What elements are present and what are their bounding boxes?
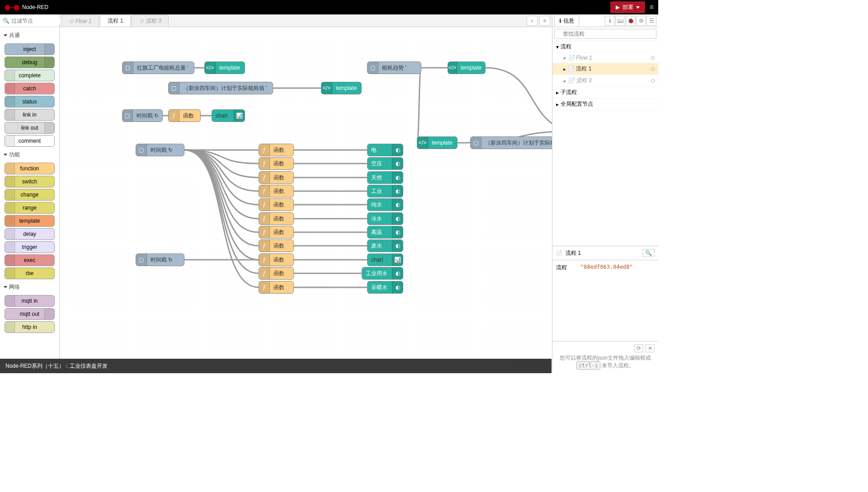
info-label: 流程	[556, 264, 567, 272]
palette-node-catch[interactable]: catch	[5, 83, 55, 94]
sidebar-config-button[interactable]: ⚙	[636, 16, 646, 26]
sidebar-footer: ⟳ ✕ 您可以将流程的json文件拖入编辑框或 ctrl-i 来导入流程。	[552, 341, 658, 373]
palette-search: 🔍	[0, 14, 59, 27]
node-gauge[interactable]: 空压◐	[367, 157, 403, 170]
list-tabs-button[interactable]: ≡	[539, 16, 550, 26]
sidebar-help-button[interactable]: 📖	[615, 16, 625, 26]
tab-流程 1[interactable]: 流程 1	[100, 15, 131, 27]
node-inject[interactable]: ▢（新涂四车间）计划于实际能耗值 '	[168, 82, 273, 94]
node-func[interactable]: ƒ函数	[168, 109, 201, 122]
palette-node-comment[interactable]: comment	[5, 135, 55, 147]
node-inject[interactable]: ▢时间戳 ↻	[122, 109, 163, 122]
node-tmpl[interactable]: </>template	[321, 82, 362, 94]
sidebar-tabs: ℹ 信息 ℹ 📖 🐞 ⚙ ☰	[552, 14, 658, 27]
palette-node-trigger[interactable]: trigger	[5, 241, 55, 253]
node-inject[interactable]: ▢红旗工厂电能耗总量 '	[122, 61, 194, 74]
menu-button[interactable]: ≡	[650, 3, 654, 11]
palette-category[interactable]: 网络	[2, 281, 57, 294]
tree-item-流程 1[interactable]: ▸ 📄 流程 1	[552, 63, 658, 75]
sidebar-info-button[interactable]: ℹ	[605, 16, 615, 26]
node-tmpl[interactable]: </>template	[204, 61, 245, 74]
node-inject[interactable]: ▢（新涂四车间）计划于实际能耗值 '	[470, 136, 552, 149]
node-func[interactable]: ƒ函数	[259, 171, 294, 184]
sidebar-tab-info[interactable]: ℹ 信息	[554, 15, 579, 27]
app-header: ⬤━⬤ Node-RED ▶ 部署 ≡	[0, 0, 658, 14]
palette-node-mqtt-in[interactable]: mqtt in	[5, 295, 55, 307]
add-tab-button[interactable]: ＋	[527, 16, 538, 26]
node-chart[interactable]: chart📊	[367, 253, 403, 266]
search-button[interactable]: 🔍	[642, 249, 655, 257]
palette-node-function[interactable]: function	[5, 163, 55, 174]
info-value: "88edf063.04ed8"	[580, 264, 633, 272]
node-func[interactable]: ƒ函数	[259, 185, 294, 197]
node-gauge[interactable]: 纯水◐	[367, 198, 403, 211]
sidebar-context-button[interactable]: ☰	[646, 16, 656, 26]
node-gauge[interactable]: 工业◐	[367, 185, 403, 197]
palette-node-template[interactable]: template	[5, 215, 55, 227]
node-gauge[interactable]: 高温◐	[367, 226, 403, 239]
deploy-button[interactable]: ▶ 部署	[610, 1, 645, 13]
sidebar-debug-button[interactable]: 🐞	[626, 16, 636, 26]
palette-node-link-out[interactable]: link out	[5, 122, 55, 134]
close-button[interactable]: ✕	[646, 344, 655, 352]
node-gauge[interactable]: 工业用水◐	[362, 267, 403, 280]
tree-item-Flow 1[interactable]: ▸ 📄 Flow 1	[552, 53, 658, 63]
node-chart[interactable]: chart📊	[212, 109, 245, 122]
node-tmpl[interactable]: </>template	[448, 61, 486, 74]
tree-global[interactable]: ▸ 全局配置节点	[552, 98, 658, 110]
info-icon: ℹ	[559, 18, 561, 24]
palette-node-rbe[interactable]: rbe	[5, 267, 55, 279]
flow-icon: 📄	[556, 250, 563, 256]
palette-node-status[interactable]: status	[5, 96, 55, 108]
palette-node-http-in[interactable]: http in	[5, 321, 55, 333]
canvas[interactable]: ▢红旗工厂电能耗总量 '</>template▢能耗趋势 '</>templat…	[60, 27, 552, 373]
node-gauge[interactable]: 废水◐	[367, 239, 403, 252]
palette-node-debug[interactable]: debug	[5, 56, 55, 68]
palette-node-range[interactable]: range	[5, 202, 55, 214]
palette-category[interactable]: 共通	[2, 29, 57, 42]
tree-item-流程 3[interactable]: ▸ 📄 流程 3	[552, 75, 658, 87]
node-func[interactable]: ƒ函数	[259, 281, 294, 294]
palette-node-mqtt-out[interactable]: mqtt out	[5, 308, 55, 320]
palette-category[interactable]: 功能	[2, 148, 57, 161]
search-icon: 🔍	[3, 18, 9, 24]
node-func[interactable]: ƒ函数	[259, 212, 294, 225]
palette-node-link-in[interactable]: link in	[5, 109, 55, 121]
video-caption: Node-RED系列（十五）：工业仪表盘开发	[0, 359, 552, 373]
node-func[interactable]: ƒ函数	[259, 157, 294, 170]
tree-flows[interactable]: ▾ 流程	[552, 41, 658, 53]
tree-subflows[interactable]: ▸ 子流程	[552, 87, 658, 98]
node-func[interactable]: ƒ函数	[259, 144, 294, 156]
node-inject[interactable]: ▢时间戳 ↻	[136, 253, 184, 266]
node-gauge[interactable]: 冷水◐	[367, 212, 403, 225]
tab-流程 3[interactable]: ⊘ 流程 3	[132, 15, 169, 27]
palette-node-switch[interactable]: switch	[5, 176, 55, 187]
node-gauge[interactable]: 电◐	[367, 144, 403, 156]
palette-node-change[interactable]: change	[5, 189, 55, 201]
chevron-down-icon	[636, 6, 640, 9]
palette: 🔍 共通injectdebugcompletecatchstatuslink i…	[0, 14, 60, 373]
palette-node-exec[interactable]: exec	[5, 254, 55, 266]
node-inject[interactable]: ▢时间戳 ↻	[136, 144, 184, 156]
node-func[interactable]: ƒ函数	[259, 253, 294, 266]
sidebar: ℹ 信息 ℹ 📖 🐞 ⚙ ☰ ▾ 流程▸ 📄 Flow 1▸ 📄 流程 1▸ 📄…	[552, 14, 658, 373]
refresh-button[interactable]: ⟳	[634, 344, 643, 352]
node-func[interactable]: ƒ函数	[259, 226, 294, 239]
node-tmpl[interactable]: </>template	[417, 136, 458, 149]
node-gauge[interactable]: 天然◐	[367, 171, 403, 184]
node-inject[interactable]: ▢能耗趋势 '	[367, 61, 421, 74]
sidebar-search-input[interactable]	[554, 29, 656, 39]
palette-node-delay[interactable]: delay	[5, 228, 55, 240]
palette-node-complete[interactable]: complete	[5, 70, 55, 81]
logo: ⬤━⬤ Node-RED	[5, 4, 48, 10]
logo-text: Node-RED	[22, 4, 48, 10]
deploy-icon: ▶	[616, 4, 620, 10]
workspace: ⊘ Flow 1流程 1⊘ 流程 3 ＋ ≡ ▢红旗工厂电能耗总量 '</>te…	[60, 14, 552, 373]
flow-tabs: ⊘ Flow 1流程 1⊘ 流程 3 ＋ ≡	[60, 14, 552, 27]
node-gauge[interactable]: 采暖水◐	[367, 281, 403, 294]
node-func[interactable]: ƒ函数	[259, 267, 294, 280]
tab-Flow 1[interactable]: ⊘ Flow 1	[61, 15, 99, 27]
node-func[interactable]: ƒ函数	[259, 198, 294, 211]
palette-node-inject[interactable]: inject	[5, 43, 55, 55]
node-func[interactable]: ƒ函数	[259, 239, 294, 252]
